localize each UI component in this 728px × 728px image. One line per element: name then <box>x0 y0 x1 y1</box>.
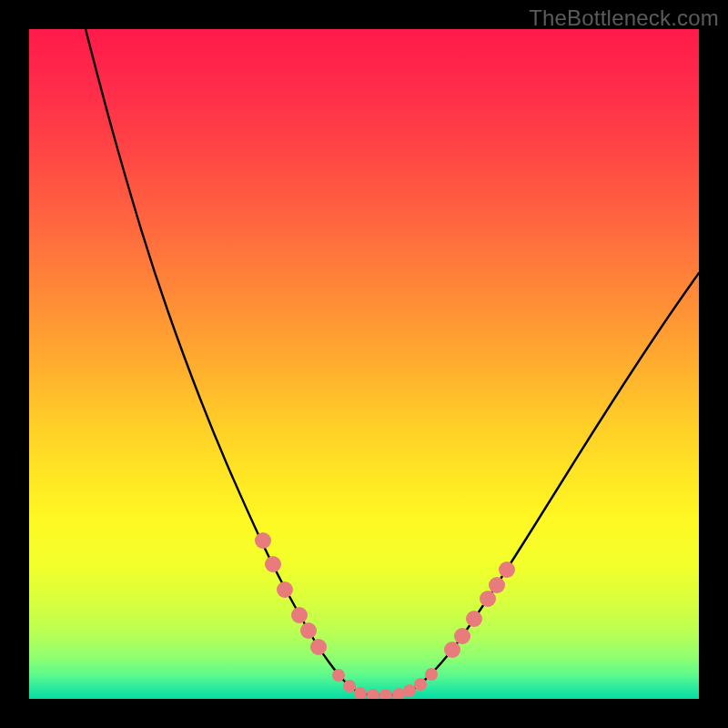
curve-marker <box>480 591 496 607</box>
gradient-background <box>29 29 699 699</box>
curve-marker <box>255 532 271 549</box>
chart-svg <box>29 29 699 699</box>
curve-marker <box>310 639 327 655</box>
curve-marker <box>277 581 293 598</box>
curve-marker <box>291 607 308 623</box>
curve-marker <box>454 628 470 644</box>
curve-marker <box>425 668 438 681</box>
curve-marker <box>466 611 482 627</box>
curve-marker <box>444 642 460 658</box>
curve-marker <box>265 556 281 572</box>
chart-frame: TheBottleneck.com <box>0 0 728 728</box>
curve-marker <box>403 684 416 697</box>
curve-marker <box>414 678 427 691</box>
curve-marker <box>489 577 505 593</box>
watermark-text: TheBottleneck.com <box>529 5 719 31</box>
curve-marker <box>343 680 356 693</box>
plot-area <box>29 29 699 699</box>
curve-marker <box>499 561 515 578</box>
curve-marker <box>332 669 345 682</box>
curve-marker <box>300 622 317 639</box>
